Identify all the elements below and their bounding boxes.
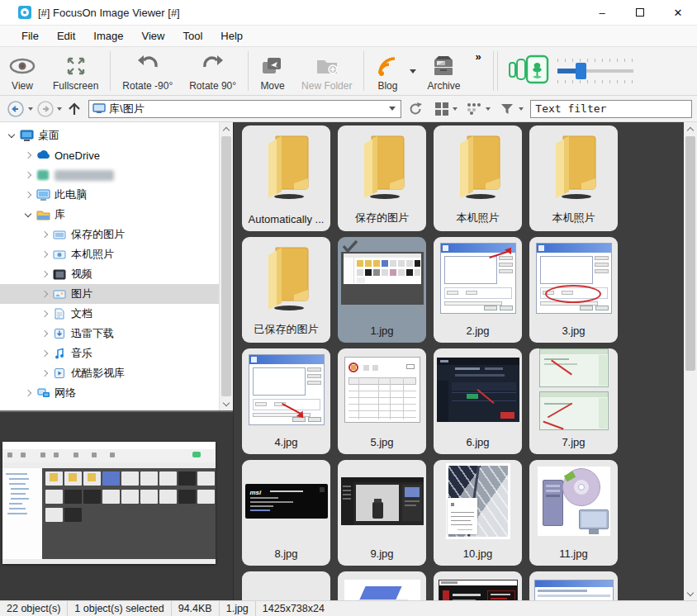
chevron-right-icon[interactable] xyxy=(38,307,51,320)
chevron-right-icon[interactable] xyxy=(38,268,51,281)
tree-item-音乐[interactable]: 音乐 xyxy=(0,344,233,363)
folder-card[interactable]: 本机照片 xyxy=(434,126,522,231)
rotate-right-button[interactable]: Rotate 90° xyxy=(181,49,244,93)
new-folder-button[interactable]: New Folder xyxy=(293,49,360,93)
tree-scrollbar[interactable] xyxy=(219,122,233,410)
image-card[interactable]: 9.jpg xyxy=(338,460,426,566)
status-segment-2: 94.4KB xyxy=(172,601,220,616)
fullscreen-button[interactable]: Fullscreen xyxy=(45,49,107,93)
folder-card[interactable]: 本机照片 xyxy=(529,126,618,231)
refresh-button[interactable] xyxy=(405,98,426,120)
blog-button[interactable]: Blog xyxy=(367,49,407,93)
filter-button[interactable] xyxy=(497,98,517,120)
scrollbar-thumb[interactable] xyxy=(685,136,695,371)
eye-icon xyxy=(8,54,36,78)
image-card[interactable] xyxy=(242,571,330,600)
sort-button[interactable] xyxy=(464,98,484,120)
tree-item-桌面[interactable]: 桌面 xyxy=(0,126,233,145)
slider-handle[interactable] xyxy=(576,63,586,79)
image-card[interactable]: 7.jpg xyxy=(529,348,618,454)
address-dropdown-icon[interactable] xyxy=(389,107,396,111)
tree-item-本机照片[interactable]: 本机照片 xyxy=(0,244,233,264)
address-field[interactable]: 库\图片 xyxy=(88,100,401,118)
scroll-up-arrow[interactable] xyxy=(684,122,697,135)
toolbar-overflow-button[interactable]: » xyxy=(475,50,480,63)
maximize-button[interactable] xyxy=(621,0,659,25)
tree-item-图片[interactable]: 图片 xyxy=(0,284,233,304)
image-card[interactable]: 2.jpg xyxy=(434,237,522,343)
thumbnail-size-slider[interactable] xyxy=(557,57,633,85)
image-card[interactable]: 4.jpg xyxy=(242,348,330,454)
tree-item-OneDrive[interactable]: OneDrive xyxy=(0,145,233,165)
chevron-right-icon[interactable] xyxy=(21,149,35,162)
scroll-down-arrow[interactable] xyxy=(684,587,697,600)
chevron-right-icon[interactable] xyxy=(38,287,51,301)
menu-file[interactable]: File xyxy=(13,27,47,45)
view-mode-dropdown[interactable] xyxy=(453,107,458,111)
blog-dropdown[interactable] xyxy=(407,69,419,73)
rotate-left-button[interactable]: Rotate -90° xyxy=(114,49,181,93)
menu-tool[interactable]: Tool xyxy=(174,27,211,45)
scroll-down-arrow[interactable] xyxy=(220,397,233,410)
chevron-right-icon[interactable] xyxy=(38,228,51,241)
tree-item-文档[interactable]: 文档 xyxy=(0,304,233,324)
close-button[interactable]: ✕ xyxy=(659,0,697,25)
location-icon xyxy=(92,103,106,114)
image-card[interactable] xyxy=(338,571,426,600)
menu-help[interactable]: Help xyxy=(212,27,251,45)
toolbar-label: Move xyxy=(260,80,284,92)
image-card[interactable]: 10.jpg xyxy=(434,460,522,566)
up-button[interactable] xyxy=(64,98,85,120)
tree-item-label: 文档 xyxy=(71,306,92,321)
image-card[interactable] xyxy=(529,571,618,600)
tree-item-user[interactable] xyxy=(0,165,233,185)
camera-roll-icon xyxy=(51,248,68,261)
back-history-dropdown[interactable] xyxy=(28,107,33,111)
image-card[interactable]: 3.jpg xyxy=(529,237,618,343)
chevron-right-icon[interactable] xyxy=(38,347,51,360)
sort-dropdown[interactable] xyxy=(486,107,491,111)
grid-scrollbar[interactable] xyxy=(684,122,697,600)
tree-item-保存的图片[interactable]: 保存的图片 xyxy=(0,225,233,244)
tree-item-网络[interactable]: 网络 xyxy=(0,383,233,403)
text-filter-input[interactable]: Text filter xyxy=(530,100,692,118)
chevron-right-icon[interactable] xyxy=(21,188,35,201)
folder-card[interactable]: 保存的图片 xyxy=(338,126,426,231)
scrollbar-thumb[interactable] xyxy=(221,136,231,396)
menu-edit[interactable]: Edit xyxy=(49,27,83,45)
image-card[interactable]: 5.jpg xyxy=(338,348,426,454)
chevron-right-icon[interactable] xyxy=(38,367,51,380)
forward-button[interactable] xyxy=(35,98,56,120)
scroll-up-arrow[interactable] xyxy=(220,122,233,135)
tree-item-迅雷下载[interactable]: 迅雷下载 xyxy=(0,324,233,344)
menu-view[interactable]: View xyxy=(134,27,173,45)
tree-item-优酷影视库[interactable]: 优酷影视库 xyxy=(0,363,233,383)
forward-history-dropdown[interactable] xyxy=(57,107,62,111)
card-label: 10.jpg xyxy=(434,547,522,560)
chevron-right-icon[interactable] xyxy=(21,168,35,182)
chevron-right-icon[interactable] xyxy=(38,327,51,340)
back-button[interactable] xyxy=(5,98,26,120)
archive-button[interactable]: Archive xyxy=(419,49,468,93)
image-thumbnail xyxy=(242,352,330,428)
move-button[interactable]: Move xyxy=(252,49,293,93)
menu-image[interactable]: Image xyxy=(85,27,131,45)
folder-card[interactable]: 已保存的图片 xyxy=(242,237,330,343)
filter-dropdown[interactable] xyxy=(519,107,524,111)
chevron-right-icon[interactable] xyxy=(21,386,35,400)
view-mode-button[interactable] xyxy=(433,98,451,120)
chevron-down-icon[interactable] xyxy=(21,208,35,221)
chevron-down-icon[interactable] xyxy=(5,129,18,142)
tree-item-视频[interactable]: 视频 xyxy=(0,264,233,284)
image-card[interactable]: 1.jpg xyxy=(338,237,426,343)
folder-card[interactable]: Automatically ... xyxy=(242,126,330,231)
image-card[interactable]: 11.jpg xyxy=(529,460,618,566)
minimize-button[interactable]: – xyxy=(583,0,621,25)
image-card[interactable]: 6.jpg xyxy=(434,348,522,454)
chevron-right-icon[interactable] xyxy=(38,248,51,261)
image-card[interactable]: msi8.jpg xyxy=(242,460,330,566)
tree-item-库[interactable]: 库 xyxy=(0,205,233,225)
tree-item-此电脑[interactable]: 此电脑 xyxy=(0,185,233,205)
image-card[interactable] xyxy=(434,571,522,600)
view-button[interactable]: View xyxy=(0,49,45,93)
